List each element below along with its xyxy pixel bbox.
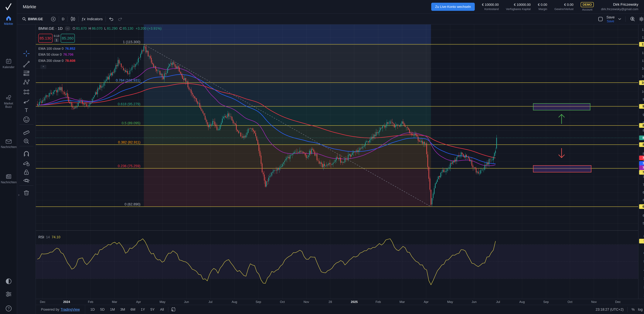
time-label-Dec[interactable]: Dec [615,300,621,304]
time-label-Sep[interactable]: Sep [543,300,549,304]
brush-tool[interactable] [23,98,30,105]
rsi-legend: RSI 14 74.10 [38,235,60,239]
time-label-Aug[interactable]: Aug [232,300,237,304]
sidebar-item-märkte[interactable]: Märkte [0,15,17,26]
time-label-Sep[interactable]: Sep [256,300,261,304]
sidebar-item-nachrichten[interactable]: Nachrichten [0,139,17,149]
sidebar-item-nachrichten-news[interactable]: Nachrichten [0,174,17,184]
fib-retracement-tool[interactable] [23,70,30,77]
price-tick: 97.500 [638,98,644,101]
undo-button[interactable] [108,17,114,22]
text-tool[interactable]: T [23,107,30,114]
time-label-Mar[interactable]: Mar [112,300,117,304]
chart-toolbar-right: Save Save [598,16,644,23]
price-chart[interactable] [36,24,638,299]
preferences-button[interactable] [0,291,17,297]
save-menu-button[interactable] [618,18,621,20]
trend-line-tool[interactable] [23,60,30,68]
time-label-Aug[interactable]: Aug [519,300,525,304]
redo-button[interactable] [118,17,123,22]
time-label-Apr[interactable]: Apr [136,300,141,304]
legend-collapse-button[interactable]: ^ [40,65,46,69]
indicator-row-ema-100[interactable]: EMA 100 close 076.852 [38,46,75,50]
buy-button[interactable]: 85.260 [61,34,75,43]
time-label-Mar[interactable]: Mar [400,300,405,304]
price-axis[interactable]: 120.000117.500112.500110.000107.500105.0… [638,24,644,299]
top-bar: Märkte Zu Live-Konto wechseln € 10000.00… [17,0,644,14]
time-label-Jul[interactable]: Jul [496,300,500,304]
ruler-tool[interactable] [23,129,30,136]
indicator-row-ema-50[interactable]: EMA 50 close 076.706 [38,52,74,56]
time-label-Nov[interactable]: Nov [304,300,309,304]
time-label-Apr[interactable]: Apr [424,300,428,304]
time-label-2024[interactable]: 2024 [63,300,70,304]
scale-button-log[interactable]: log [638,308,642,312]
ruler-icon [23,129,30,136]
time-label-Nov[interactable]: Nov [591,300,597,304]
time-label-Jul[interactable]: Jul [208,300,212,304]
go-to-date-button[interactable] [171,307,176,312]
time-label-Oct[interactable]: Oct [568,300,572,304]
range-button-6m[interactable]: 6M [129,306,137,312]
sidebar-item-kalender[interactable]: Kalender [0,58,17,69]
time-label-Oct[interactable]: Oct [280,300,285,304]
settings-button[interactable] [638,16,644,22]
plus-circle-icon [51,16,56,22]
time-label-Jun[interactable]: Jun [472,300,476,304]
range-button-1m[interactable]: 1M [108,306,117,312]
range-button-all[interactable]: All [158,306,166,312]
chart-pane[interactable]: BMW.GE · 1D – O81.670H86.070L81.290C85.1… [36,24,638,299]
lock-all-tool[interactable] [23,168,30,176]
magnet-tool[interactable] [23,151,30,158]
hide-all-tool[interactable] [23,177,30,184]
indicators-button[interactable]: ƒx Indicators [82,17,103,21]
time-label-28[interactable]: 28 [328,300,332,304]
legend-symbol[interactable]: BMW.GE · 1D [38,26,62,31]
time-label-Feb[interactable]: Feb [376,300,381,304]
legend-hide-toggle[interactable]: – [65,26,70,30]
crosshair-tool[interactable] [23,50,30,57]
symbol-search-button[interactable]: BMW.GE [22,17,43,21]
quick-search-button[interactable] [630,16,635,22]
rsi-name[interactable]: RSI [38,235,44,239]
interval-button[interactable]: D [62,17,64,21]
stat-margin: € 0.00Margin [538,3,547,11]
drawing-edit-lock-tool[interactable] [23,160,30,167]
layout-button[interactable] [598,16,603,22]
time-label-2025[interactable]: 2025 [351,300,358,304]
emoji-tool[interactable] [23,116,30,123]
lot-size-field[interactable]: 1 [54,38,59,42]
theme-toggle-button[interactable] [0,278,17,285]
time-label-May[interactable]: May [160,300,166,304]
remove-all-tool[interactable] [23,189,30,196]
compare-add-symbol-button[interactable] [51,16,56,22]
time-label-May[interactable]: May [447,300,453,304]
range-button-1y[interactable]: 1Y [139,306,147,312]
range-button-3m[interactable]: 3M [118,306,127,312]
trend-line-icon [23,60,30,68]
zoom-in-tool[interactable] [23,138,30,145]
range-button-5y[interactable]: 5Y [149,306,156,312]
xabcd-pattern-tool[interactable] [23,78,30,86]
scale-button-percent[interactable]: % [632,308,634,312]
tradingview-link[interactable]: TradingView [61,308,80,312]
sell-button[interactable]: 85.130 [38,34,52,43]
range-button-5d[interactable]: 5D [98,306,106,312]
price-tick: 107.500 [638,67,644,70]
stat-label: Kontostand [484,8,499,11]
save-button[interactable]: Save Save [606,16,615,23]
range-button-1d[interactable]: 1D [88,306,96,312]
time-label-Jun[interactable]: Jun [184,300,189,304]
indicator-row-ema-200[interactable]: EMA 200 close 078.608 [38,59,75,63]
time-label-Dec[interactable]: Dec [40,300,46,304]
clock[interactable]: 23:18:27 (UTC+2) [596,308,624,312]
drawbar-collapse-handle[interactable]: › [18,192,20,197]
sidebar-item-market-buzz[interactable]: Market Buzz [0,95,17,108]
time-axis[interactable]: Dec2024FebMarAprMayJunJulAugSepOctNov282… [36,299,644,305]
help-button[interactable]: ? [0,305,17,312]
switch-to-live-account-button[interactable]: Zu Live-Konto wechseln [431,3,475,11]
chart-style-button[interactable] [70,16,76,22]
broker-logo[interactable] [0,0,17,14]
time-label-Feb[interactable]: Feb [88,300,93,304]
long-position-tool[interactable] [23,88,30,96]
